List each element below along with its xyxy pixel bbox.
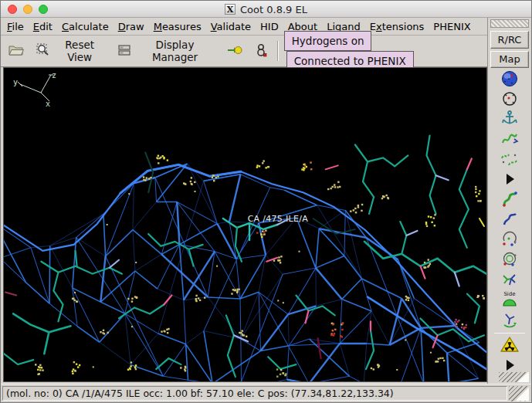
axes-gizmo: z y x [8,69,63,110]
reset-view-icon [36,43,50,59]
menu-file[interactable]: File [2,19,29,34]
anchor-button[interactable] [496,110,523,130]
menu-edit[interactable]: Edit [29,19,57,34]
titlebar: X Coot 0.8.9 EL [1,1,531,18]
side-chain-flip-button[interactable] [496,310,523,330]
hazard-icon [500,335,520,357]
statusbar: (mol. no: 0) CA /1/A/475 ILE occ: 1.00 b… [1,384,531,402]
real-space-refine-zone-icon [500,129,520,151]
target-circle-button[interactable] [496,90,523,110]
coot-window: X Coot 0.8.9 EL FileEditCalculateDrawMea… [0,0,532,403]
torsion-general-button[interactable] [496,250,523,270]
svg-text:Side: Side [503,291,515,297]
expand-more-icon [500,169,520,191]
status-text: (mol. no: 0) CA /1/A/475 ILE occ: 1.00 b… [2,386,507,401]
go-to-atom-icon [227,45,242,58]
real-space-refine-zone-button[interactable] [496,130,523,150]
open-coordinates-button[interactable] [4,41,29,62]
menu-hid[interactable]: HID [256,19,283,34]
rotamer-button[interactable] [496,210,523,230]
sphere-refine-icon [500,69,520,91]
rotamer-icon [500,209,520,232]
x11-logo-icon: X [225,4,236,15]
display-manager-label: Display Manager [135,39,214,63]
edit-chi-angles-button[interactable] [496,230,523,250]
side-chain-slide-icon: Side [500,290,520,312]
reset-view-button[interactable]: Reset View [32,36,110,66]
window-resize-grip[interactable] [509,386,529,401]
window-title: Coot 0.8.9 EL [240,4,307,15]
open-folder-icon [8,44,24,59]
torsion-general-icon [500,249,520,272]
menu-calculate[interactable]: Calculate [57,19,114,34]
gl-canvas[interactable]: z y x CA /475 ILE/A [3,67,487,382]
window-resize-grip-sidebar[interactable] [499,372,529,382]
axis-z-label: z [52,71,56,80]
sidebar-separator [494,333,525,334]
hydrogens-toggle-button[interactable]: Hydrogens on [284,31,372,51]
sphere-refine-button[interactable] [496,69,523,90]
expand-more-button[interactable] [496,170,523,190]
menu-measures[interactable]: Measures [149,19,206,34]
regularize-zone-icon [500,149,520,171]
side-chain-flip-icon [500,310,520,332]
molecular-scene [4,68,486,381]
regularize-zone-button[interactable] [496,150,523,170]
display-manager-icon [117,44,131,59]
edit-chi-angles-icon [500,229,520,252]
menu-validate[interactable]: Validate [206,19,256,34]
sidebar-drag-handle[interactable] [490,19,529,28]
model-fit-refine-sidebar: R/RC Map Side [487,18,531,384]
toolbar: Reset View Display Manager [1,36,487,67]
hazard-button[interactable] [496,336,523,356]
axis-x-label: x [46,100,50,108]
target-circle-icon [500,89,520,111]
flip-peptide-icon [500,269,520,292]
flip-peptide-button[interactable] [496,270,523,290]
atom-label: CA /475 ILE/A [248,214,308,224]
map-button[interactable]: Map [490,51,529,69]
display-manager-button[interactable]: Display Manager [113,36,219,66]
go-to-ligand-icon [255,43,267,59]
expand-more-icon [500,355,520,371]
auto-fit-rotamer-icon [500,189,520,212]
axis-y-label: y [13,78,18,86]
anchor-icon [500,109,520,131]
go-to-atom-button[interactable] [222,42,247,61]
menu-draw[interactable]: Draw [114,19,149,34]
side-chain-slide-button[interactable]: Side [496,290,523,310]
expand-more-button[interactable] [496,356,523,371]
toolbar-separator [277,41,279,61]
rrc-button[interactable]: R/RC [490,31,529,49]
reset-view-label: Reset View [54,39,105,63]
auto-fit-rotamer-button[interactable] [496,190,523,210]
go-to-ligand-button[interactable] [250,40,272,63]
